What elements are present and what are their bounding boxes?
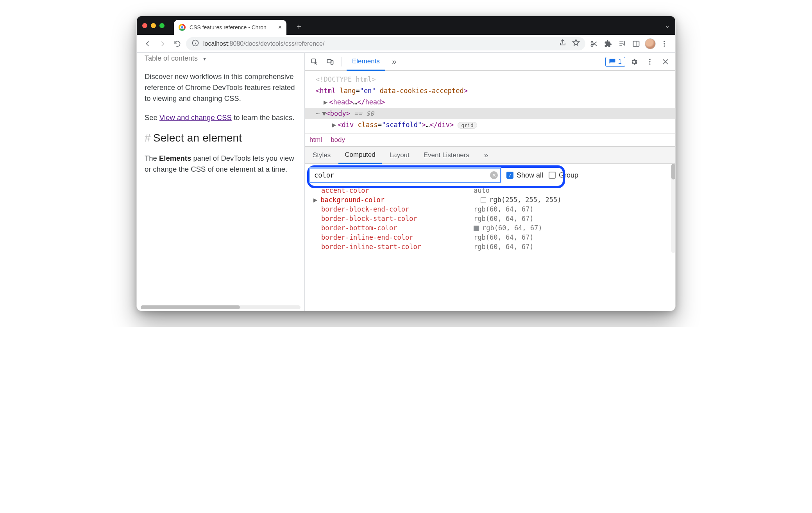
computed-row[interactable]: border-block-start-colorrgb(60, 64, 67) [305,214,671,223]
computed-row[interactable]: ▶background-colorrgb(255, 255, 255) [305,195,671,204]
content-area: Table of contents ▾ Discover new workflo… [137,53,675,311]
dom-breadcrumb: html body [305,133,675,147]
profile-avatar[interactable] [644,38,656,50]
minimize-window-button[interactable] [151,23,156,28]
separator [342,57,342,66]
toc-label: Table of contents [145,54,198,63]
property-value: rgb(60, 64, 67) [474,233,534,241]
issues-count: 1 [618,58,622,65]
issues-badge[interactable]: 1 [605,57,625,67]
chevron-down-icon: ▾ [203,56,206,62]
extensions-icon[interactable] [602,38,614,50]
vertical-scrollbar[interactable] [671,164,675,253]
property-name: accent-color [321,187,474,194]
svg-point-18 [649,63,650,65]
property-value: rgb(255, 255, 255) [481,196,561,204]
inspect-element-button[interactable] [308,55,321,68]
devtools-panel: Elements » 1 [305,53,675,311]
side-panel-icon[interactable] [630,38,642,50]
property-name: border-inline-start-color [321,243,474,251]
page-viewport[interactable]: Table of contents ▾ Discover new workflo… [137,53,305,311]
filter-input[interactable] [309,168,501,183]
checkbox-unchecked-icon [549,172,556,179]
clear-filter-button[interactable]: ✕ [490,171,498,179]
intro-paragraph: Discover new workflows in this comprehen… [145,71,295,104]
hash-icon: # [145,132,151,144]
forward-button[interactable] [156,38,169,50]
devtools-menu-button[interactable] [643,55,656,68]
horizontal-scrollbar[interactable] [141,305,300,309]
address-bar[interactable]: localhost:8080/docs/devtools/css/referen… [186,37,585,50]
head-node[interactable]: ▶<head>…</head> [305,97,675,108]
more-subtabs-button[interactable]: » [479,149,493,162]
maximize-window-button[interactable] [159,23,165,28]
svg-point-12 [664,45,665,47]
property-value: auto [474,187,490,194]
back-button[interactable] [141,38,154,50]
section-heading: #Select an element [145,132,295,144]
link-paragraph: See View and change CSS to learn the bas… [145,112,295,123]
view-change-css-link[interactable]: View and change CSS [159,113,232,122]
share-icon[interactable] [559,39,567,48]
new-tab-button[interactable]: ＋ [295,21,303,32]
elements-tab[interactable]: Elements [347,53,385,71]
bookmark-icon[interactable] [572,39,580,48]
computed-properties-list[interactable]: accent-colorauto▶background-colorrgb(255… [305,184,671,253]
tabs-overflow-button[interactable]: ⌄ [665,22,670,29]
div-node[interactable]: ▶<div class="scaffold">…</div> grid [305,119,675,131]
reload-button[interactable] [171,38,184,50]
site-info-icon[interactable] [191,39,199,48]
tab-title: CSS features reference - Chron [190,24,274,30]
settings-button[interactable] [628,55,641,68]
close-window-button[interactable] [142,23,147,28]
close-devtools-button[interactable] [659,55,672,68]
group-checkbox[interactable]: Group [549,171,578,179]
computed-tab[interactable]: Computed [338,147,381,164]
property-value: rgb(60, 64, 67) [474,205,534,213]
svg-point-17 [649,61,650,62]
reading-list-icon[interactable] [616,38,628,50]
browser-tab[interactable]: CSS features reference - Chron × [174,20,286,35]
chrome-logo-icon [179,24,186,31]
property-name: border-bottom-color [321,224,474,232]
body-paragraph: The Elements panel of DevTools lets you … [145,153,295,175]
svg-point-11 [664,43,665,44]
expand-triangle-icon: ▶ [313,196,317,204]
property-name: border-block-end-color [321,205,474,213]
scissors-icon[interactable] [588,38,600,50]
event-listeners-tab[interactable]: Event Listeners [417,147,476,164]
browser-window: CSS features reference - Chron × ＋ ⌄ loc… [136,16,676,311]
property-name: border-block-start-color [321,215,474,222]
svg-point-10 [664,41,665,42]
more-tabs-button[interactable]: » [388,55,401,68]
toc-toggle[interactable]: Table of contents ▾ [145,54,295,63]
device-toolbar-button[interactable] [324,55,337,68]
breadcrumb-body[interactable]: body [331,136,345,144]
devtools-toolbar: Elements » 1 [305,53,675,71]
close-tab-button[interactable]: × [278,24,282,31]
computed-row[interactable]: accent-colorauto [305,186,671,195]
grid-badge[interactable]: grid [458,122,477,129]
computed-row[interactable]: border-inline-start-colorrgb(60, 64, 67) [305,242,671,251]
body-node[interactable]: ⋯▼<body> == $0 [305,108,675,119]
url-text: localhost:8080/docs/devtools/css/referen… [203,40,324,47]
checkbox-checked-icon: ✓ [506,172,513,179]
html-node[interactable]: <html lang="en" data-cookies-accepted> [305,85,675,97]
color-swatch-icon[interactable] [474,226,479,231]
svg-point-16 [649,59,650,60]
show-all-checkbox[interactable]: ✓ Show all [506,171,543,179]
breadcrumb-html[interactable]: html [309,136,322,144]
property-value: rgb(60, 64, 67) [474,215,534,222]
property-name: background-color [320,196,481,204]
color-swatch-icon[interactable] [481,197,486,203]
svg-rect-8 [633,41,639,46]
computed-row[interactable]: border-inline-end-colorrgb(60, 64, 67) [305,233,671,242]
styles-tab[interactable]: Styles [306,147,337,164]
tab-strip: CSS features reference - Chron × ＋ ⌄ [137,16,675,35]
chrome-menu-button[interactable] [658,38,671,50]
layout-tab[interactable]: Layout [383,147,416,164]
computed-row[interactable]: border-block-end-colorrgb(60, 64, 67) [305,204,671,214]
styles-subtabs: Styles Computed Layout Event Listeners » [305,147,675,164]
dom-tree[interactable]: <!DOCTYPE html> <html lang="en" data-coo… [305,71,675,133]
computed-row[interactable]: border-bottom-colorrgb(60, 64, 67) [305,223,671,233]
